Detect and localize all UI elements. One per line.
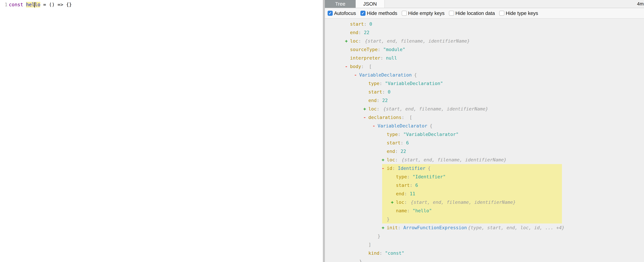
tree-row[interactable]: end: 22: [325, 147, 644, 156]
code-line: 1const hello = () => {}: [0, 1, 72, 8]
tree-key: end: [396, 191, 404, 196]
tree-value: 6: [415, 183, 418, 188]
tree-key: interpreter: [350, 55, 380, 61]
tree-row[interactable]: -declarations: [: [325, 113, 644, 122]
tree-row[interactable]: start: 0: [325, 20, 644, 28]
tree-row[interactable]: type: "VariableDeclaration": [325, 79, 644, 88]
tree-key: loc: [396, 200, 404, 205]
tree-row[interactable]: start: 0: [325, 88, 644, 96]
tree-row[interactable]: -id: Identifier{: [325, 164, 644, 173]
close-bracket: ]: [368, 242, 371, 247]
tab-tree[interactable]: Tree: [325, 0, 356, 8]
tree-value: 11: [410, 191, 415, 196]
code-editor[interactable]: 1const hello = () => {}: [0, 0, 323, 262]
tree-key: loc: [387, 157, 395, 162]
tree-value: "module": [383, 47, 405, 52]
tree-colon: :: [380, 81, 385, 86]
tree-row[interactable]: }: [325, 258, 644, 262]
expand-icon[interactable]: +: [391, 198, 396, 207]
tree-colon: :: [377, 98, 382, 103]
tree-key: sourceType: [350, 47, 378, 52]
tree-rows: start: 0end: 22+loc: {start, end, filena…: [325, 20, 644, 262]
collapsed-preview: {start, end, filename, identifierName}: [364, 38, 470, 44]
parse-time-label: 4m: [637, 1, 644, 6]
tree-colon: :: [404, 200, 410, 205]
option-hide-type-keys[interactable]: Hide type keys: [499, 10, 538, 16]
tree-row[interactable]: end: 22: [325, 96, 644, 105]
tree-row[interactable]: +loc: {start, end, filename, identifierN…: [325, 198, 644, 207]
panel-resizer[interactable]: [323, 0, 325, 262]
tree-row[interactable]: end: 22: [325, 28, 644, 37]
tree-row[interactable]: interpreter: null: [325, 54, 644, 62]
open-bracket: [: [367, 64, 372, 69]
expand-icon[interactable]: +: [382, 156, 387, 164]
tree-colon: :: [378, 47, 383, 52]
option-autofocus[interactable]: ✓Autofocus: [328, 10, 356, 16]
option-hide-empty-keys[interactable]: Hide empty keys: [402, 10, 444, 16]
checkbox-checked-icon[interactable]: ✓: [328, 11, 333, 16]
collapse-icon[interactable]: -: [354, 71, 359, 79]
tree-row[interactable]: +loc: {start, end, filename, identifierN…: [325, 156, 644, 164]
tree-value: 0: [370, 21, 372, 27]
tree-colon: :: [410, 183, 415, 188]
tree-row[interactable]: sourceType: "module": [325, 45, 644, 54]
node-type: VariableDeclarator: [378, 123, 427, 128]
node-type: Identifier: [398, 166, 426, 171]
code-rest: = () => {}: [43, 2, 72, 7]
tree-colon: :: [380, 55, 386, 61]
tree-key: type: [368, 81, 380, 86]
tree-key: loc: [368, 106, 377, 111]
tree-value: "Identifier": [412, 174, 446, 179]
tree-value: 22: [382, 98, 388, 103]
option-hide-location-data[interactable]: Hide location data: [449, 10, 495, 16]
expand-icon[interactable]: +: [382, 224, 387, 232]
code-keyword: const: [9, 2, 23, 7]
tree-row[interactable]: end: 11: [325, 190, 644, 198]
tree-row[interactable]: -VariableDeclaration{: [325, 71, 644, 79]
tree-row[interactable]: -VariableDeclarator{: [325, 122, 644, 130]
tree-key: loc: [350, 38, 358, 44]
tab-bar: TreeJSON 4m: [325, 0, 644, 8]
collapse-icon[interactable]: -: [372, 122, 378, 130]
tree-row[interactable]: start: 6: [325, 139, 644, 147]
checkbox-unchecked-icon[interactable]: [402, 11, 407, 16]
checkbox-unchecked-icon[interactable]: [499, 11, 504, 16]
tree-key: type: [396, 174, 407, 179]
tree-colon: :: [358, 30, 364, 35]
expand-icon[interactable]: +: [363, 105, 368, 113]
open-bracket: {: [426, 166, 430, 171]
expand-icon[interactable]: +: [345, 37, 350, 45]
tree-row[interactable]: name: "hello": [325, 207, 644, 215]
tree-row[interactable]: -body: [: [325, 62, 644, 71]
tree-row[interactable]: type: "Identifier": [325, 173, 644, 181]
tree-row[interactable]: type: "VariableDeclarator": [325, 130, 644, 139]
tree-row[interactable]: +loc: {start, end, filename, identifierN…: [325, 37, 644, 45]
tab-json[interactable]: JSON: [356, 0, 385, 8]
option-hide-methods[interactable]: ✓Hide methods: [360, 10, 397, 16]
tree-key: type: [387, 132, 398, 137]
code-text: const hello = () => {}: [9, 2, 72, 7]
tree-value: 22: [400, 149, 406, 154]
tree-row[interactable]: }: [325, 232, 644, 241]
tree-row[interactable]: +loc: {start, end, filename, identifierN…: [325, 105, 644, 113]
collapse-icon[interactable]: -: [382, 164, 387, 173]
tree-key: start: [396, 183, 410, 188]
checkbox-checked-icon[interactable]: ✓: [360, 11, 366, 16]
tree-key: kind: [368, 251, 380, 256]
node-type: ArrowFunctionExpression: [404, 225, 467, 230]
tree-row[interactable]: }: [325, 215, 644, 224]
tree-colon: :: [380, 251, 385, 256]
collapse-icon[interactable]: -: [363, 113, 368, 122]
tree-row[interactable]: kind: "const": [325, 249, 644, 258]
tree-row[interactable]: start: 6: [325, 181, 644, 190]
tree-row[interactable]: ]: [325, 241, 644, 249]
tree-options-toolbar: ✓Autofocus✓Hide methodsHide empty keysHi…: [325, 8, 644, 19]
option-label: Hide empty keys: [408, 10, 444, 16]
tree-colon: :: [377, 106, 382, 111]
collapsed-preview: {start, end, filename, identifierName}: [410, 200, 516, 205]
checkbox-unchecked-icon[interactable]: [449, 11, 454, 16]
collapse-icon[interactable]: -: [345, 62, 350, 71]
tree-colon: :: [361, 64, 367, 69]
tree-row[interactable]: +init: ArrowFunctionExpression{type, sta…: [325, 224, 644, 232]
option-label: Hide location data: [456, 10, 495, 16]
